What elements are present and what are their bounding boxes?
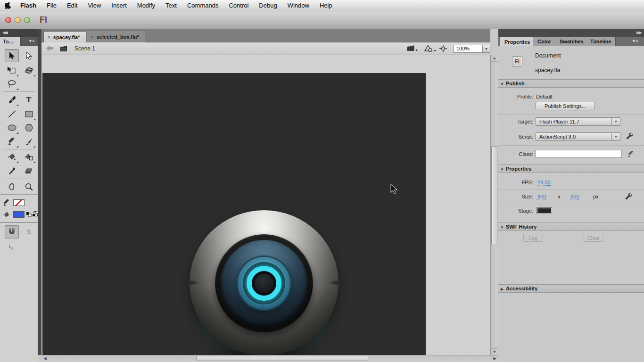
tools-panel-tab[interactable]: To...	[0, 37, 21, 46]
log-button[interactable]: Log	[523, 234, 543, 242]
apple-icon[interactable]	[5, 2, 15, 9]
window-close-button[interactable]	[5, 17, 11, 23]
stroke-color-swatch[interactable]	[13, 199, 25, 206]
publish-settings-button[interactable]: Publish Settings...	[536, 102, 595, 110]
tool-paint-bucket[interactable]	[5, 150, 19, 164]
menu-control[interactable]: Control	[223, 2, 254, 9]
tool-3d-rotation[interactable]	[22, 64, 36, 77]
triangle-expanded-icon[interactable]: ▼	[498, 80, 506, 88]
zoom-dropdown-button[interactable]: ▼	[482, 45, 490, 53]
back-arrow-icon[interactable]	[46, 45, 53, 51]
section-swf-history[interactable]: ▼SWF History	[498, 222, 644, 231]
dropdown-arrow-icon[interactable]: ▼	[611, 133, 620, 140]
collapse-right-icon[interactable]: ▶▶	[636, 30, 641, 35]
fill-color-swatch[interactable]	[13, 211, 25, 218]
script-settings-wrench-icon[interactable]	[626, 132, 633, 140]
tool-line[interactable]	[5, 107, 19, 121]
tool-subselection[interactable]	[22, 49, 36, 62]
fps-value[interactable]: 24.00	[537, 180, 551, 186]
tools-panel-menu-icon[interactable]: ▼≡	[28, 39, 34, 43]
tab-color[interactable]: Color	[533, 37, 556, 46]
menu-view[interactable]: View	[83, 2, 106, 9]
stage-canvas[interactable]	[42, 73, 426, 355]
scroll-down-icon[interactable]: ▼	[490, 348, 498, 355]
size-settings-wrench-icon[interactable]	[625, 193, 632, 200]
section-publish[interactable]: ▼Publish	[498, 79, 644, 88]
tool-brush[interactable]	[22, 135, 36, 148]
vertical-scrollbar-thumb[interactable]	[491, 146, 497, 245]
tab-label[interactable]: spacey.fla*	[53, 34, 80, 40]
tab-close-icon[interactable]: ×	[91, 34, 94, 40]
document-name[interactable]: spacey.fla	[535, 67, 560, 74]
triangle-collapsed-icon[interactable]: ▶	[498, 285, 506, 293]
tool-polystar[interactable]	[22, 121, 36, 134]
scroll-left-icon[interactable]: ◀	[41, 355, 49, 362]
tool-text[interactable]: T	[22, 93, 36, 107]
tool-pencil[interactable]	[5, 135, 19, 148]
edit-symbols-icon[interactable]: ▼	[424, 45, 433, 52]
menu-file[interactable]: File	[41, 2, 62, 9]
option-snap-to-objects[interactable]	[5, 225, 19, 239]
menu-help[interactable]: Help	[314, 2, 338, 9]
script-dropdown[interactable]: ActionScript 3.0▼	[536, 132, 620, 141]
tools-collapse-strip[interactable]: ◀◀	[0, 29, 41, 37]
scene-breadcrumb[interactable]: Scene 1	[74, 45, 95, 52]
black-white-icon[interactable]	[26, 212, 32, 217]
menu-flash[interactable]: Flash	[15, 2, 41, 9]
tool-oval[interactable]	[5, 121, 19, 134]
zoom-level-input[interactable]: 100%	[454, 45, 483, 53]
properties-panel-menu-icon[interactable]: ▼≡	[632, 39, 637, 43]
document-tab-selected-box[interactable]: ×selected_box.fla*	[87, 31, 145, 42]
collapse-left-icon[interactable]: ◀◀	[2, 30, 7, 35]
section-accessibility[interactable]: ▶Accessibility	[498, 284, 644, 293]
menu-window[interactable]: Window	[282, 2, 314, 9]
swap-colors-icon[interactable]	[33, 211, 39, 217]
section-properties[interactable]: ▼Properties	[498, 165, 644, 173]
webcam-artwork[interactable]	[190, 208, 339, 362]
window-minimize-button[interactable]	[15, 17, 21, 23]
scroll-right-icon[interactable]: ▶	[491, 355, 498, 362]
window-zoom-button[interactable]	[24, 17, 30, 23]
tab-close-icon[interactable]: ×	[48, 35, 50, 40]
menu-edit[interactable]: Edit	[62, 2, 83, 9]
stroke-color-pencil-icon	[1, 196, 12, 209]
menu-modify[interactable]: Modify	[132, 2, 160, 9]
dropdown-arrow-icon[interactable]: ▼	[611, 118, 620, 125]
option-smooth[interactable]: S	[22, 225, 36, 239]
tool-lasso[interactable]	[5, 77, 19, 90]
class-edit-pencil-icon[interactable]	[628, 151, 635, 157]
edit-scene-icon[interactable]: ▼	[406, 44, 415, 51]
tool-free-transform[interactable]	[5, 64, 19, 77]
menu-insert[interactable]: Insert	[106, 2, 132, 9]
class-input[interactable]	[536, 150, 622, 158]
target-dropdown[interactable]: Flash Player 11.7▼	[536, 117, 620, 126]
tab-label[interactable]: selected_box.fla*	[97, 34, 139, 40]
tool-eyedropper[interactable]	[5, 165, 19, 178]
panels-collapse-strip[interactable]: ▶▶	[498, 29, 644, 37]
size-width-value[interactable]: 800	[537, 194, 546, 200]
menu-text[interactable]: Text	[160, 2, 182, 9]
tool-selection[interactable]	[5, 49, 19, 62]
tab-swatches[interactable]: Swatches	[555, 37, 588, 46]
tool-hand[interactable]	[5, 180, 19, 193]
size-height-value[interactable]: 600	[570, 194, 579, 200]
tool-eraser[interactable]	[22, 165, 36, 178]
menu-debug[interactable]: Debug	[254, 2, 282, 9]
clear-button[interactable]: Clear	[584, 234, 603, 242]
magnet-icon	[8, 228, 16, 236]
stage-color-swatch[interactable]	[537, 207, 552, 214]
tab-timeline[interactable]: Timeline	[586, 37, 616, 46]
tool-zoom[interactable]	[22, 180, 36, 193]
option-straighten[interactable]	[5, 240, 19, 254]
tool-rectangle[interactable]	[22, 107, 36, 121]
tool-pen[interactable]	[5, 93, 19, 107]
tab-properties[interactable]: Properties	[500, 37, 535, 46]
scroll-up-icon[interactable]: ▲	[490, 55, 498, 62]
horizontal-scrollbar-thumb[interactable]	[196, 356, 368, 361]
tool-ink-bottle[interactable]	[22, 150, 36, 164]
menu-commands[interactable]: Commands	[182, 2, 223, 9]
document-tab-spacey[interactable]: ×spacey.fla*	[43, 31, 86, 42]
triangle-expanded-icon[interactable]: ▼	[498, 165, 506, 173]
center-frame-icon[interactable]	[439, 45, 447, 52]
triangle-expanded-icon[interactable]: ▼	[498, 223, 506, 231]
